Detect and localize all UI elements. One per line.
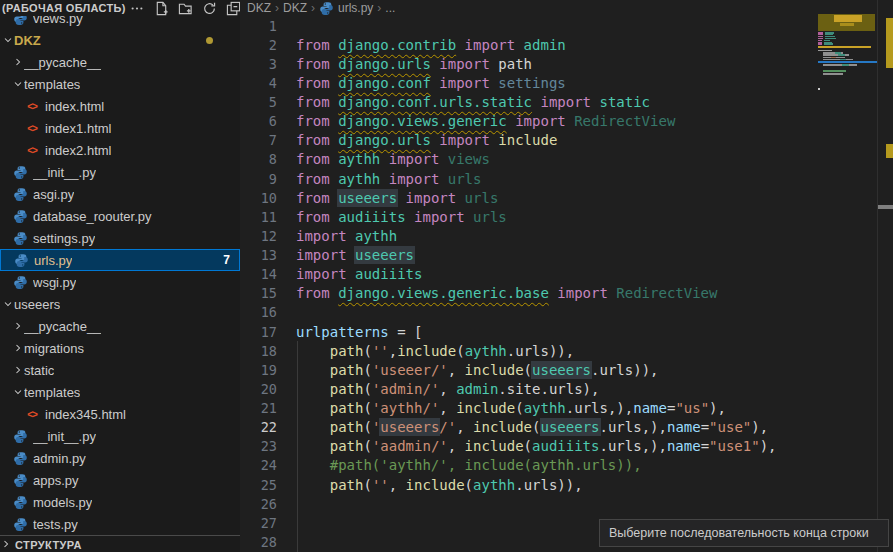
line-number[interactable]: 15 bbox=[240, 285, 277, 301]
tree-item-settings.py[interactable]: settings.py bbox=[0, 227, 240, 249]
line-number[interactable]: 6 bbox=[240, 113, 277, 129]
line-number[interactable]: 21 bbox=[240, 400, 277, 416]
tree-item-admin.py[interactable]: admin.py bbox=[0, 447, 240, 469]
code-line[interactable]: 11from audiiits import urls bbox=[240, 207, 893, 226]
code-line[interactable]: 16 bbox=[240, 303, 893, 322]
code-line[interactable]: 6from django.views.generic import Redire… bbox=[240, 112, 893, 131]
code-line[interactable]: 14import audiiits bbox=[240, 265, 893, 284]
line-number[interactable]: 25 bbox=[240, 477, 277, 493]
code-area[interactable]: 12from django.contrib import admin3from … bbox=[240, 16, 893, 552]
code-line[interactable]: 8from aythh import views bbox=[240, 150, 893, 169]
line-number[interactable]: 28 bbox=[240, 534, 277, 550]
indent-guide bbox=[297, 418, 298, 437]
tree-item-label: database_roouter.py bbox=[33, 209, 152, 224]
tree-item-tests.py[interactable]: tests.py bbox=[0, 513, 240, 535]
tree-item-__pycache__[interactable]: __pycache__ bbox=[0, 315, 240, 337]
code-line[interactable]: 17urlpatterns = [ bbox=[240, 322, 893, 341]
line-number[interactable]: 22 bbox=[240, 419, 277, 435]
tree-item-asgi.py[interactable]: asgi.py bbox=[0, 183, 240, 205]
breadcrumb-item[interactable]: ... bbox=[385, 1, 395, 15]
code-line[interactable]: 13import useeers bbox=[240, 246, 893, 265]
indent-guide bbox=[297, 399, 298, 418]
tree-item-index1.html[interactable]: <>index1.html bbox=[0, 117, 240, 139]
overview-ruler[interactable] bbox=[878, 0, 893, 552]
line-number[interactable]: 1 bbox=[240, 18, 277, 34]
line-number[interactable]: 27 bbox=[240, 515, 277, 531]
code-line[interactable]: 7from django.urls import include bbox=[240, 131, 893, 150]
tree-item-models.py[interactable]: models.py bbox=[0, 491, 240, 513]
tree-item-index2.html[interactable]: <>index2.html bbox=[0, 139, 240, 161]
code-line[interactable]: 10from useeers import urls bbox=[240, 188, 893, 207]
line-number[interactable]: 2 bbox=[240, 37, 277, 53]
code-line[interactable]: 5from django.conf.urls.static import sta… bbox=[240, 93, 893, 112]
tree-item-templates[interactable]: templates bbox=[0, 73, 240, 95]
code-line[interactable]: 26 bbox=[240, 494, 893, 513]
tree-item-wsgi.py[interactable]: wsgi.py bbox=[0, 271, 240, 293]
code-line[interactable]: 3from django.urls import path bbox=[240, 54, 893, 73]
code-line[interactable]: 4from django.conf import settings bbox=[240, 73, 893, 92]
line-number[interactable]: 26 bbox=[240, 496, 277, 512]
breadcrumb[interactable]: DKZ›DKZ›urls.py›... bbox=[240, 0, 893, 16]
tree-item-index345.html[interactable]: <>index345.html bbox=[0, 403, 240, 425]
collapse-all-icon[interactable] bbox=[226, 1, 240, 16]
line-number[interactable]: 5 bbox=[240, 94, 277, 110]
code-text: from django.views.generic import Redirec… bbox=[296, 113, 675, 129]
line-number[interactable]: 13 bbox=[240, 247, 277, 263]
new-folder-icon[interactable] bbox=[178, 1, 193, 16]
explorer-section-header[interactable]: (РАБОЧАЯ ОБЛАСТЬ) bbox=[0, 0, 240, 16]
tree-item-migrations[interactable]: migrations bbox=[0, 337, 240, 359]
tree-item-__pycache__[interactable]: __pycache__ bbox=[0, 51, 240, 73]
code-line[interactable]: 23 path('aadmin/', include(audiiits.urls… bbox=[240, 437, 893, 456]
new-file-icon[interactable] bbox=[154, 1, 169, 16]
code-line[interactable]: 19 path('useeer/', include(useeers.urls)… bbox=[240, 360, 893, 379]
tree-item-urls.py[interactable]: urls.py7 bbox=[0, 249, 240, 271]
line-number[interactable]: 8 bbox=[240, 151, 277, 167]
line-number[interactable]: 3 bbox=[240, 56, 277, 72]
line-number[interactable]: 19 bbox=[240, 362, 277, 378]
code-line[interactable]: 15from django.views.generic.base import … bbox=[240, 284, 893, 303]
line-number[interactable]: 12 bbox=[240, 228, 277, 244]
minimap[interactable] bbox=[818, 14, 877, 104]
code-line[interactable]: 12import aythh bbox=[240, 226, 893, 245]
line-number[interactable]: 24 bbox=[240, 457, 277, 473]
line-number[interactable]: 20 bbox=[240, 381, 277, 397]
line-number[interactable]: 7 bbox=[240, 132, 277, 148]
code-line[interactable]: 25 path('', include(aythh.urls)), bbox=[240, 475, 893, 494]
tree-item-static[interactable]: static bbox=[0, 359, 240, 381]
tree-item-DKZ[interactable]: DKZ bbox=[0, 29, 240, 51]
line-number[interactable]: 23 bbox=[240, 438, 277, 454]
vscode-window: (РАБОЧАЯ ОБЛАСТЬ) views.pyDKZ__p bbox=[0, 0, 893, 552]
code-line[interactable]: 21 path('aythh/', include(aythh.urls,),n… bbox=[240, 399, 893, 418]
line-number[interactable]: 14 bbox=[240, 266, 277, 282]
tree-item-__init__.py[interactable]: __init__.py bbox=[0, 161, 240, 183]
outline-section-header[interactable]: СТРУКТУРА bbox=[0, 535, 240, 552]
breadcrumb-item[interactable]: DKZ bbox=[283, 1, 307, 15]
line-number[interactable]: 4 bbox=[240, 75, 277, 91]
code-line[interactable]: 22 path('useeers/', include(useeers.urls… bbox=[240, 418, 893, 437]
code-line[interactable]: 18 path('',include(aythh.urls)), bbox=[240, 341, 893, 360]
tree-item-apps.py[interactable]: apps.py bbox=[0, 469, 240, 491]
code-line[interactable]: 9from aythh import urls bbox=[240, 169, 893, 188]
line-number[interactable]: 18 bbox=[240, 343, 277, 359]
code-line[interactable]: 24 #path('aythh/', include(aythh.urls)), bbox=[240, 456, 893, 475]
line-number[interactable]: 9 bbox=[240, 171, 277, 187]
line-number[interactable]: 16 bbox=[240, 304, 277, 320]
code-line[interactable]: 2from django.contrib import admin bbox=[240, 35, 893, 54]
tree-item-templates[interactable]: templates bbox=[0, 381, 240, 403]
more-actions-icon[interactable] bbox=[130, 1, 145, 16]
line-number[interactable]: 11 bbox=[240, 209, 277, 225]
code-line[interactable]: 1 bbox=[240, 16, 893, 35]
minimap-bar bbox=[818, 88, 820, 90]
tree-item-__init__.py[interactable]: __init__.py bbox=[0, 425, 240, 447]
breadcrumb-item[interactable]: urls.py bbox=[319, 1, 373, 16]
refresh-icon[interactable] bbox=[202, 1, 217, 16]
breadcrumb-item[interactable]: DKZ bbox=[247, 1, 271, 15]
tree-item-index.html[interactable]: <>index.html bbox=[0, 95, 240, 117]
line-number[interactable]: 10 bbox=[240, 190, 277, 206]
code-line[interactable]: 20 path('admin/', admin.site.urls), bbox=[240, 379, 893, 398]
code-text: import aythh bbox=[296, 228, 397, 244]
tree-item-useeers[interactable]: useeers bbox=[0, 293, 240, 315]
line-number[interactable]: 17 bbox=[240, 324, 277, 340]
tree-item-database_roouter.py[interactable]: database_roouter.py bbox=[0, 205, 240, 227]
indent-guide bbox=[297, 513, 298, 532]
